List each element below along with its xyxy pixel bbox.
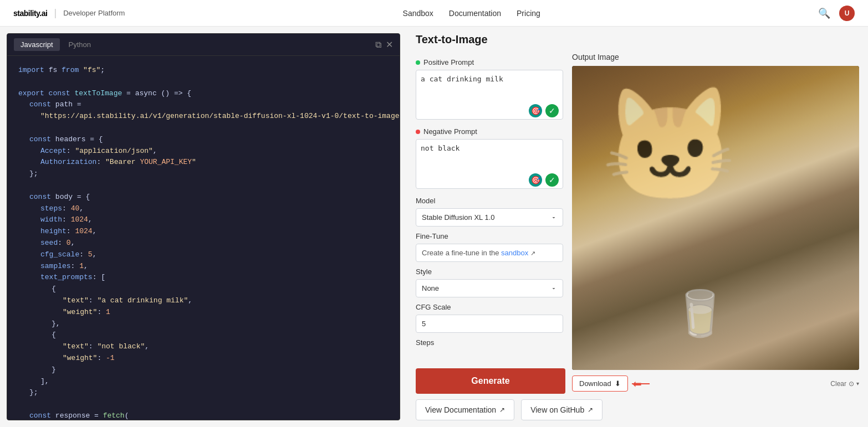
cat-image: 🐱 🥛 <box>572 66 859 370</box>
tab-javascript[interactable]: Javascript <box>14 38 60 51</box>
code-line: const body = { <box>18 192 389 203</box>
style-select[interactable]: None <box>416 279 563 297</box>
code-line: } <box>18 364 389 376</box>
code-line: text_prompts: [ <box>18 272 389 284</box>
code-line: import fs from "fs"; <box>18 65 389 76</box>
external-link-icon: ↗ <box>530 250 535 256</box>
right-panel: Text-to-Image Positive Prompt a cat drin… <box>407 27 868 427</box>
output-image-wrapper: 🐱 🥛 <box>572 66 859 370</box>
code-line: Authorization: "Bearer YOUR_API_KEY" <box>18 157 389 168</box>
code-panel-header: Javascript Python ⧉ ✕ <box>7 34 400 56</box>
copy-icon[interactable]: ⧉ <box>375 39 381 50</box>
output-header: Output Image <box>572 53 859 61</box>
chevron-down-icon: ▾ <box>856 380 859 387</box>
negative-prompt-wrapper: not black 🎯 ✓ <box>416 139 563 191</box>
controls-panel: Positive Prompt a cat drinking milk 🎯 ✓ <box>416 53 565 394</box>
code-line: }; <box>18 387 389 399</box>
code-line: const path = <box>18 99 389 111</box>
view-documentation-label: View Documentation <box>425 405 496 414</box>
cfg-scale-label: CFG Scale <box>416 303 563 311</box>
code-line: }, <box>18 318 389 330</box>
code-line <box>18 122 389 134</box>
output-footer: Download ⬇ ⬅ Clear ⊙ ▾ <box>572 373 859 394</box>
sandbox-area: Positive Prompt a cat drinking milk 🎯 ✓ <box>416 53 859 394</box>
code-line: "weight": -1 <box>18 353 389 364</box>
code-panel-actions: ⧉ ✕ <box>375 39 393 50</box>
code-line: Accept: "application/json", <box>18 146 389 157</box>
close-icon[interactable]: ✕ <box>386 39 393 50</box>
model-label: Model <box>416 197 563 205</box>
cat-emoji: 🐱 <box>601 81 739 211</box>
code-line: "text": "not black", <box>18 341 389 353</box>
code-panel: Javascript Python ⧉ ✕ import fs from "fs… <box>7 33 400 420</box>
code-line: }; <box>18 168 389 180</box>
positive-prompt-label: Positive Prompt <box>416 58 563 66</box>
download-label: Download <box>579 379 611 388</box>
negative-prompt-label: Negative Prompt <box>416 127 563 136</box>
positive-teal-icon[interactable]: 🎯 <box>529 104 542 117</box>
milk-emoji: 🥛 <box>672 287 728 339</box>
code-line: { <box>18 284 389 295</box>
model-select[interactable]: Stable Diffusion XL 1.0 <box>416 208 563 227</box>
code-tabs: Javascript Python <box>14 38 98 51</box>
negative-green-icon[interactable]: ✓ <box>545 173 559 187</box>
finetune-label: Fine-Tune <box>416 232 563 240</box>
controls-container: Positive Prompt a cat drinking milk 🎯 ✓ <box>416 53 565 394</box>
download-area: Download ⬇ ⬅ <box>572 375 642 392</box>
avatar[interactable]: U <box>839 6 855 21</box>
code-line <box>18 76 389 88</box>
main-nav: Sandbox Documentation Pricing <box>403 9 540 18</box>
code-line: "weight": 1 <box>18 307 389 318</box>
nav-documentation[interactable]: Documentation <box>449 9 501 18</box>
search-icon[interactable]: 🔍 <box>818 7 830 19</box>
main-content: Javascript Python ⧉ ✕ import fs from "fs… <box>0 27 868 427</box>
header-right: 🔍 U <box>818 6 855 21</box>
code-line: width: 1024, <box>18 214 389 226</box>
code-line: cfg_scale: 5, <box>18 249 389 261</box>
code-line: "text": "a cat drinking milk", <box>18 295 389 307</box>
clear-icon: ⊙ <box>849 380 854 388</box>
code-line: samples: 1, <box>18 261 389 272</box>
code-line <box>18 180 389 192</box>
code-body: import fs from "fs"; export const textTo… <box>7 56 400 420</box>
documentation-external-icon: ↗ <box>499 406 505 414</box>
sandbox-link[interactable]: sandbox <box>501 249 528 257</box>
code-line: seed: 0, <box>18 238 389 249</box>
positive-green-icon[interactable]: ✓ <box>545 104 559 117</box>
code-line: "https://api.stability.ai/v1/generation/… <box>18 111 389 122</box>
positive-prompt-wrapper: a cat drinking milk 🎯 ✓ <box>416 70 563 122</box>
clear-button[interactable]: Clear ⊙ ▾ <box>830 380 859 388</box>
github-external-icon: ↗ <box>588 406 593 414</box>
cfg-scale-input[interactable]: 5 <box>416 315 563 333</box>
code-line: height: 1024, <box>18 226 389 238</box>
logo-divider: | <box>54 7 57 19</box>
code-line <box>18 399 389 410</box>
code-line: export const textToImage = async () => { <box>18 88 389 100</box>
nav-pricing[interactable]: Pricing <box>517 9 540 18</box>
generate-button[interactable]: Generate <box>416 368 565 394</box>
nav-sandbox[interactable]: Sandbox <box>403 9 433 18</box>
output-title: Output Image <box>572 53 619 61</box>
view-github-label: View on GitHub <box>530 405 584 414</box>
view-github-link[interactable]: View on GitHub ↗ <box>521 399 603 420</box>
download-icon: ⬇ <box>615 379 621 388</box>
code-line: const headers = { <box>18 134 389 146</box>
download-button[interactable]: Download ⬇ <box>572 375 628 392</box>
code-line: const response = fetch( <box>18 410 389 420</box>
clear-label: Clear <box>830 380 846 388</box>
positive-dot <box>416 60 420 65</box>
controls-scroll: Positive Prompt a cat drinking milk 🎯 ✓ <box>416 53 565 363</box>
bottom-links: View Documentation ↗ View on GitHub ↗ <box>416 399 859 420</box>
code-line: steps: 40, <box>18 203 389 215</box>
header-left: stability.ai | Developer Platform <box>13 7 125 19</box>
positive-prompt-icons: 🎯 ✓ <box>529 104 559 117</box>
output-panel: Output Image 🐱 🥛 Download ⬇ <box>572 53 859 394</box>
page-title: Text-to-Image <box>416 33 859 46</box>
negative-prompt-icons: 🎯 ✓ <box>529 173 559 187</box>
negative-teal-icon[interactable]: 🎯 <box>529 173 542 187</box>
view-documentation-link[interactable]: View Documentation ↗ <box>416 399 514 420</box>
tab-python[interactable]: Python <box>62 38 98 51</box>
platform-label: Developer Platform <box>63 9 125 17</box>
style-label: Style <box>416 267 563 276</box>
negative-dot <box>416 130 420 134</box>
